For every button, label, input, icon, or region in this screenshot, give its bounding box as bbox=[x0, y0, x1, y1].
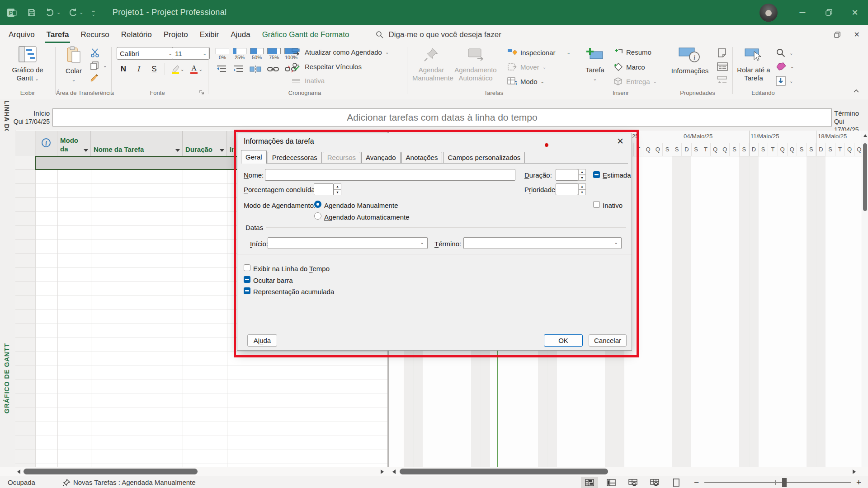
tab-arquivo[interactable]: Arquivo bbox=[3, 25, 41, 44]
auto-scheduled-label[interactable]: Agendado Automaticamente bbox=[324, 213, 409, 221]
font-name-select[interactable]: Calibri⌄ bbox=[117, 47, 175, 60]
clear-icon[interactable] bbox=[776, 62, 787, 70]
font-color-dropdown[interactable]: ⌄ bbox=[198, 67, 202, 72]
start-date-combobox[interactable]: ⌄ bbox=[268, 237, 428, 249]
close-button[interactable]: ✕ bbox=[842, 0, 868, 25]
manually-scheduled-label[interactable]: Agendado Manualmente bbox=[324, 202, 398, 209]
dialog-tab-campos[interactable]: Campos personalizados bbox=[443, 152, 525, 163]
highlight-color-button[interactable]: ⌄ bbox=[170, 64, 184, 75]
filter-arrow-icon[interactable] bbox=[220, 149, 224, 152]
table-scroll-right-arrow[interactable] bbox=[381, 469, 384, 474]
insert-milestone-button[interactable]: Marco bbox=[613, 62, 645, 71]
row-header-column[interactable] bbox=[15, 156, 35, 467]
underline-button[interactable]: S bbox=[149, 65, 159, 74]
pct-0-button[interactable]: 0% bbox=[214, 48, 231, 60]
view-gantt-button[interactable] bbox=[581, 477, 598, 488]
tab-tarefa[interactable]: Tarefa bbox=[41, 25, 75, 44]
table-scroll-left-arrow[interactable] bbox=[17, 469, 20, 474]
timeline-add-tasks-box[interactable]: Adicionar tarefas com datas à linha do t… bbox=[52, 108, 832, 127]
tab-recurso[interactable]: Recurso bbox=[75, 25, 115, 44]
view-board-button[interactable] bbox=[603, 477, 620, 488]
gantt-chart-view-button[interactable]: Gráfico de Gantt ⌄ bbox=[7, 46, 48, 83]
pct-75-button[interactable]: 75% bbox=[266, 48, 282, 60]
zoom-slider-track[interactable] bbox=[704, 482, 851, 483]
move-task-button[interactable]: Mover⌄ bbox=[507, 62, 546, 71]
update-as-scheduled-button[interactable]: Atualizar como Agendado⌄ bbox=[292, 48, 389, 56]
close-icon[interactable]: ✕ bbox=[854, 30, 860, 39]
dialog-tab-predecessoras[interactable]: Predecessoras bbox=[268, 152, 322, 163]
help-button[interactable]: Ajuda bbox=[247, 334, 277, 347]
cut-icon[interactable] bbox=[90, 48, 100, 58]
user-avatar[interactable] bbox=[760, 4, 778, 22]
cancel-button[interactable]: Cancelar bbox=[589, 334, 627, 347]
bold-button[interactable]: N bbox=[118, 65, 128, 74]
outdent-task-icon[interactable] bbox=[216, 65, 227, 73]
percent-spinner[interactable]: ▲▼ bbox=[334, 183, 341, 195]
redo-dropdown[interactable]: ⌄ bbox=[79, 9, 83, 15]
undo-button[interactable]: ⌄ bbox=[45, 8, 61, 17]
dialog-close-button[interactable]: ✕ bbox=[614, 136, 626, 147]
inspect-task-button[interactable]: Inspecionar⌄ bbox=[507, 48, 571, 57]
italic-button[interactable]: I bbox=[134, 65, 144, 74]
scroll-up-arrow[interactable] bbox=[863, 134, 867, 137]
copy-icon[interactable] bbox=[90, 61, 99, 70]
filter-arrow-icon[interactable] bbox=[84, 149, 88, 152]
minimize-button[interactable]: ─ bbox=[789, 0, 816, 25]
active-view-label[interactable]: GRÁFICO DE GANTT bbox=[3, 343, 10, 413]
table-scrollbar-thumb[interactable] bbox=[24, 469, 198, 474]
show-on-timeline-checkbox[interactable] bbox=[244, 264, 250, 271]
vertical-scrollbar[interactable] bbox=[862, 131, 868, 467]
task-mode-button[interactable]: ? Modo⌄ bbox=[507, 77, 544, 86]
name-input[interactable] bbox=[265, 169, 515, 181]
view-report-button[interactable] bbox=[668, 477, 685, 488]
zoom-in-button[interactable]: + bbox=[856, 478, 861, 488]
view-resource-usage-button[interactable] bbox=[646, 477, 663, 488]
hide-bar-label[interactable]: Ocultar barra bbox=[253, 277, 293, 284]
show-on-timeline-label[interactable]: Exibir na Linha do Tempo bbox=[253, 265, 330, 272]
tab-relatorio[interactable]: Relatório bbox=[115, 25, 158, 44]
column-header-duration[interactable]: Duração bbox=[183, 131, 227, 156]
priority-spinner[interactable]: ▲▼ bbox=[578, 183, 586, 195]
vertical-scrollbar-thumb[interactable] bbox=[863, 143, 867, 211]
column-header-indicators[interactable]: i bbox=[35, 131, 58, 156]
highlight-dropdown[interactable]: ⌄ bbox=[180, 67, 184, 72]
dialog-tab-anotacoes[interactable]: Anotações bbox=[401, 152, 443, 163]
clear-dropdown[interactable]: ⌄ bbox=[790, 64, 794, 69]
copy-dropdown[interactable]: ⌄ bbox=[103, 63, 107, 68]
inactivate-task-button[interactable]: Inativa bbox=[292, 77, 325, 84]
collapse-ribbon-icon[interactable] bbox=[853, 89, 860, 94]
tab-gantt-format[interactable]: Gráfico Gantt de Formato bbox=[256, 25, 355, 44]
zoom-slider-thumb[interactable] bbox=[782, 478, 787, 487]
finish-date-combobox[interactable]: ⌄ bbox=[463, 237, 622, 249]
inactive-label[interactable]: Inativo bbox=[603, 202, 623, 209]
duration-input[interactable] bbox=[556, 169, 578, 181]
add-to-timeline-icon[interactable] bbox=[717, 75, 728, 84]
rollup-label[interactable]: Representação acumulada bbox=[253, 288, 334, 296]
manually-scheduled-radio[interactable] bbox=[314, 201, 321, 208]
scroll-to-task-button[interactable]: Rolar até a Tarefa bbox=[736, 46, 771, 82]
indent-task-icon[interactable] bbox=[233, 65, 244, 73]
column-header-name[interactable]: Nome da Tarefa bbox=[91, 131, 183, 156]
task-information-button[interactable]: i Informações bbox=[668, 46, 712, 75]
pct-25-button[interactable]: 25% bbox=[231, 48, 248, 60]
split-task-icon[interactable] bbox=[250, 65, 261, 73]
link-tasks-icon[interactable] bbox=[267, 66, 279, 73]
quick-access-toolbar-dropdown[interactable]: ━⌄ bbox=[91, 9, 95, 16]
restore-icon[interactable] bbox=[834, 32, 840, 38]
find-icon[interactable] bbox=[776, 48, 786, 58]
view-task-usage-button[interactable] bbox=[624, 477, 642, 488]
auto-scheduled-radio[interactable] bbox=[314, 212, 321, 220]
hide-bar-checkbox[interactable] bbox=[244, 276, 250, 283]
gantt-scroll-right-arrow[interactable] bbox=[853, 469, 856, 474]
respect-links-button[interactable]: Respeitar Vínculos bbox=[292, 62, 362, 70]
inactive-checkbox[interactable] bbox=[593, 201, 600, 208]
insert-summary-button[interactable]: Resumo bbox=[613, 48, 651, 56]
save-icon[interactable] bbox=[27, 8, 36, 17]
format-painter-icon[interactable] bbox=[90, 73, 100, 84]
column-header-mode[interactable]: Modo da bbox=[57, 131, 91, 156]
estimated-checkbox[interactable] bbox=[593, 171, 600, 178]
priority-input[interactable] bbox=[556, 183, 578, 195]
tab-exibir[interactable]: Exibir bbox=[194, 25, 225, 44]
gantt-scrollbar-thumb[interactable] bbox=[400, 469, 608, 474]
manually-schedule-button[interactable]: Agendar Manualmente bbox=[412, 46, 450, 82]
